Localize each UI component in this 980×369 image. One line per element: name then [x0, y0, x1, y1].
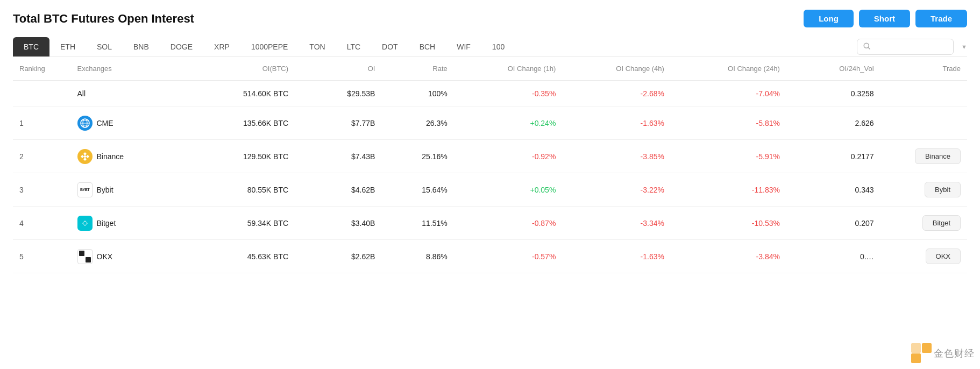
trade-exchange-btn[interactable]: OKX — [926, 249, 961, 264]
cell-trade: Binance — [880, 140, 967, 173]
cell-oi-change-24h: -10.53% — [671, 207, 786, 240]
tab-wif[interactable]: WIF — [446, 37, 481, 56]
svg-point-12 — [83, 222, 87, 225]
cell-oi-change-4h: -1.63% — [562, 107, 671, 140]
cell-rank: 1 — [13, 107, 71, 140]
tab-bch[interactable]: BCH — [409, 37, 446, 56]
tab-ltc[interactable]: LTC — [336, 37, 371, 56]
cell-rate: 8.86% — [381, 240, 453, 273]
tab-dot[interactable]: DOT — [371, 37, 409, 56]
tab-sol[interactable]: SOL — [86, 37, 123, 56]
col-trade: Trade — [880, 57, 967, 81]
trade-exchange-btn[interactable]: Bitget — [922, 215, 961, 231]
cell-rank: 3 — [13, 173, 71, 207]
cell-oi-btc: 59.34K BTC — [187, 207, 295, 240]
search-icon — [863, 42, 871, 52]
cell-rate: 26.3% — [381, 107, 453, 140]
tab-1000pepe[interactable]: 1000PEPE — [240, 37, 299, 56]
col-exchanges: Exchanges — [71, 57, 187, 81]
cell-exchange: OKX — [71, 240, 187, 273]
cell-exchange: BYBT Bybit — [71, 173, 187, 207]
exchange-label: OKX — [97, 252, 113, 261]
search-input[interactable] — [874, 43, 939, 51]
trade-exchange-btn[interactable]: Binance — [915, 148, 961, 164]
table-row: 1 CME 135.66K BTC $7.77B 26.3% +0.24% -1… — [13, 107, 967, 140]
trade-button[interactable]: Trade — [915, 10, 967, 27]
short-button[interactable]: Short — [859, 10, 910, 27]
search-area: ▼ — [857, 39, 967, 55]
data-table: Ranking Exchanges OI(BTC) OI Rate OI Cha… — [13, 57, 967, 273]
cell-oi-24h-vol: 0.343 — [786, 173, 880, 207]
tab-ton[interactable]: TON — [299, 37, 336, 56]
cell-oi-change-1h: -0.87% — [454, 207, 563, 240]
logo-okx — [77, 249, 93, 264]
svg-point-0 — [864, 43, 869, 48]
tab-bnb[interactable]: BNB — [123, 37, 160, 56]
cell-oi-change-24h: -7.04% — [671, 81, 786, 107]
cell-oi-change-1h: +0.24% — [454, 107, 563, 140]
cell-oi-change-4h: -1.63% — [562, 240, 671, 273]
page-title: Total BTC Futures Open Interest — [13, 12, 194, 26]
cell-oi-24h-vol: 0.3258 — [786, 81, 880, 107]
col-oi-change-4h: OI Change (4h) — [562, 57, 671, 81]
cell-oi-24h-vol: 0.2177 — [786, 140, 880, 173]
tab-100[interactable]: 100 — [481, 37, 515, 56]
tab-xrp[interactable]: XRP — [203, 37, 240, 56]
cell-rate: 15.64% — [381, 173, 453, 207]
cell-rate: 11.51% — [381, 207, 453, 240]
cell-oi-btc: 129.50K BTC — [187, 140, 295, 173]
table-header-row: Ranking Exchanges OI(BTC) OI Rate OI Cha… — [13, 57, 967, 81]
trade-exchange-btn[interactable]: Bybit — [925, 182, 961, 197]
table-wrap: Ranking Exchanges OI(BTC) OI Rate OI Cha… — [13, 57, 967, 273]
long-button[interactable]: Long — [804, 10, 854, 27]
cell-trade: Bybit — [880, 173, 967, 207]
logo-bybit: BYBT — [77, 182, 93, 197]
exchange-label: All — [77, 89, 86, 98]
cell-exchange: Bitget — [71, 207, 187, 240]
watermark-text: 金色财经 — [934, 347, 975, 360]
cell-oi-change-1h: -0.57% — [454, 240, 563, 273]
cell-rank: 5 — [13, 240, 71, 273]
cell-exchange: CME — [71, 107, 187, 140]
cell-oi-change-24h: -11.83% — [671, 173, 786, 207]
tab-eth[interactable]: ETH — [49, 37, 86, 56]
svg-rect-14 — [911, 343, 921, 353]
col-oi-change-24h: OI Change (24h) — [671, 57, 786, 81]
cell-oi: $4.62B — [295, 173, 381, 207]
cell-rank — [13, 81, 71, 107]
cell-oi: $29.53B — [295, 81, 381, 107]
col-oi: OI — [295, 57, 381, 81]
cell-oi: $2.62B — [295, 240, 381, 273]
exchange-label: Bybit — [97, 186, 113, 194]
svg-marker-10 — [83, 158, 87, 161]
cell-trade: Bitget — [880, 207, 967, 240]
cell-oi-change-4h: -3.22% — [562, 173, 671, 207]
cell-rank: 2 — [13, 140, 71, 173]
tab-btc[interactable]: BTC — [13, 37, 49, 56]
tab-doge[interactable]: DOGE — [160, 37, 203, 56]
coin-tabs: BTC ETH SOL BNB DOGE XRP 1000PEPE TON LT… — [13, 37, 967, 57]
search-wrap — [857, 39, 954, 55]
cell-oi: $3.40B — [295, 207, 381, 240]
svg-rect-13 — [911, 353, 921, 363]
cell-oi-change-24h: -5.91% — [671, 140, 786, 173]
table-row: All 514.60K BTC $29.53B 100% -0.35% -2.6… — [13, 81, 967, 107]
cell-oi: $7.43B — [295, 140, 381, 173]
cell-oi-change-1h: -0.35% — [454, 81, 563, 107]
col-oi-change-1h: OI Change (1h) — [454, 57, 563, 81]
chevron-down-icon[interactable]: ▼ — [961, 44, 967, 50]
cell-oi-24h-vol: 0.207 — [786, 207, 880, 240]
svg-marker-7 — [83, 152, 87, 155]
table-row: 5 OKX 45.63K BTC $2.62B 8.86% -0.57% -1.… — [13, 240, 967, 273]
cell-rate: 25.16% — [381, 140, 453, 173]
cell-trade — [880, 81, 967, 107]
col-oi-24h-vol: OI/24h_Vol — [786, 57, 880, 81]
exchange-label: Binance — [97, 152, 124, 161]
cell-trade: OKX — [880, 240, 967, 273]
watermark: 金色财经 — [911, 343, 975, 364]
cell-oi-24h-vol: 2.626 — [786, 107, 880, 140]
cell-trade — [880, 107, 967, 140]
logo-bitget — [77, 216, 93, 231]
logo-cme — [77, 116, 93, 131]
cell-oi-btc: 80.55K BTC — [187, 173, 295, 207]
